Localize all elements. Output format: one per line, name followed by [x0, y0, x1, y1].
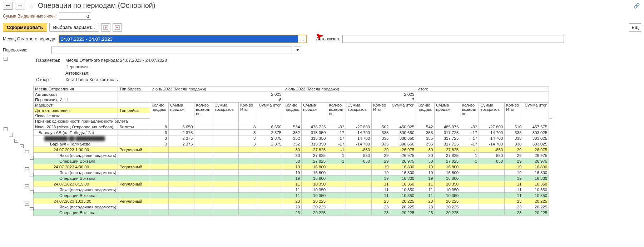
cell: -17 — [327, 130, 346, 135]
table-row[interactable]: Явка (посадочная ведомость)1916 8001916 … — [34, 170, 552, 176]
carrier-dropdown-button[interactable]: ▾ — [294, 46, 301, 54]
tree-toggle[interactable]: − — [20, 144, 24, 148]
nav-back-button[interactable]: 🡐 — [3, 2, 13, 10]
hdr-col: Кол-во Итог — [505, 103, 523, 124]
cell: 16 800 — [390, 170, 416, 176]
row-label: Операции Вокзала — [34, 210, 118, 216]
cell: 2 375 — [169, 141, 194, 147]
cell: 23 — [372, 210, 390, 216]
table-row[interactable]: Операции Вокзала1916 8001916 8001916 800… — [34, 176, 552, 181]
cell — [460, 193, 479, 198]
cell — [239, 153, 257, 158]
cell — [169, 158, 194, 164]
table-row[interactable]: Барнаул - Толмачево32 37532 375352315 35… — [34, 141, 552, 147]
cell: 26 975 — [390, 153, 416, 158]
collapse-down-icon[interactable] — [113, 23, 122, 32]
cell: 19 — [505, 176, 523, 181]
table-row[interactable]: ████████ ██ ██████████32 37532 375352315… — [34, 135, 552, 141]
cell: 27 825 — [435, 158, 460, 164]
cell — [327, 210, 346, 216]
table-row[interactable]: Операции Вокзала1110 3501110 3501110 350… — [34, 193, 552, 198]
tree-toggle[interactable]: − — [9, 133, 13, 137]
row-label: 24.07.2023 13:15:00 — [34, 198, 118, 204]
cell — [169, 193, 194, 198]
cell: 30 — [416, 158, 435, 164]
link-icon[interactable]: 🔗 — [634, 3, 640, 9]
row-label: Июль 2023 (Месяц Отправления рейсов) — [34, 124, 118, 130]
row-type — [118, 193, 150, 198]
station-input[interactable] — [342, 35, 564, 43]
cell: 23 — [372, 204, 390, 210]
cell — [257, 158, 283, 164]
table-row[interactable]: Операции Вокзала2320 2252320 2252320 225… — [34, 210, 552, 216]
cell: 29 — [372, 158, 390, 164]
more-button[interactable]: Ещ — [629, 23, 641, 32]
tree-toggle[interactable]: − — [25, 167, 29, 171]
choose-variant-button[interactable]: Выбрать вариант... — [49, 23, 99, 32]
cell: 23 — [416, 210, 435, 216]
table-row[interactable]: Июль 2023 (Месяц Отправления рейсов)Биле… — [34, 124, 552, 130]
cell: 6 650 — [257, 124, 283, 130]
cell: 11 — [283, 181, 302, 187]
tree-toggle[interactable]: − — [30, 173, 34, 177]
tree-toggle[interactable]: − — [30, 207, 34, 211]
generate-button[interactable]: Сформировать — [3, 23, 47, 32]
favorite-star-icon[interactable]: ☆ — [29, 2, 34, 10]
cell: 29 — [372, 153, 390, 158]
carrier-input[interactable] — [51, 46, 292, 54]
params-line3: Автовокзал: — [63, 70, 169, 76]
cell: 11 — [372, 187, 390, 193]
tree-toggle[interactable]: − — [25, 202, 29, 206]
cell — [213, 204, 239, 210]
cell: 19 — [283, 170, 302, 176]
hdr-col: Сумма возвратов — [479, 103, 505, 124]
table-row[interactable]: 24.07.2023 4:30:00Регулярный1916 8001916… — [34, 164, 552, 170]
cell — [150, 210, 169, 216]
cell — [150, 158, 169, 164]
period-input[interactable] — [59, 35, 298, 43]
cell: 300 650 — [390, 130, 416, 135]
cell — [150, 170, 169, 176]
row-label: 24.07.2023 1:00:00 — [34, 147, 118, 153]
tree-toggle[interactable]: − — [4, 127, 8, 131]
cell — [194, 147, 213, 153]
tree-toggle[interactable]: − — [4, 57, 8, 61]
period-picker-button[interactable]: … — [298, 35, 306, 43]
cell: 10 350 — [435, 193, 460, 198]
tree-toggle[interactable]: − — [30, 156, 34, 160]
cell: 11 — [372, 193, 390, 198]
cell — [194, 170, 213, 176]
table-row[interactable]: Явка (посадочная ведомость)1110 3501110 … — [34, 187, 552, 193]
table-row[interactable]: 24.07.2023 8:15:00Регулярный1110 3501110… — [34, 181, 552, 187]
cell: 2 375 — [257, 135, 283, 141]
table-row[interactable]: Явка (посадочная ведомость)2320 2252320 … — [34, 204, 552, 210]
table-row[interactable]: Операции Вокзала3027 825-1-8502926 97530… — [34, 158, 552, 164]
cell: 16 800 — [390, 176, 416, 181]
tree-toggle[interactable]: − — [30, 190, 34, 194]
cell — [257, 181, 283, 187]
cell — [239, 210, 257, 216]
cell — [150, 153, 169, 158]
hdr-year-july: 2 023 — [283, 92, 416, 97]
params-line1: Месяц Отчетного периода: 24.07.2023 - 24… — [63, 58, 169, 63]
cell: -1 — [460, 147, 479, 153]
cell: 485 375 — [435, 124, 460, 130]
cell: 3 — [239, 135, 257, 141]
tree-toggle[interactable]: − — [14, 139, 18, 143]
table-row[interactable]: 24.07.2023 1:00:00Регулярный3027 825-1-8… — [34, 147, 552, 153]
cell — [346, 198, 372, 204]
cell — [194, 124, 213, 130]
table-row[interactable]: Барнаул АВ (пл.Победы,12а)32 37532 37535… — [34, 130, 552, 135]
cell — [213, 181, 239, 187]
expand-up-icon[interactable] — [101, 23, 110, 32]
table-row[interactable]: 24.07.2023 13:15:00Регулярный2320 225232… — [34, 198, 552, 204]
cell: 20 225 — [302, 198, 327, 204]
cell — [150, 176, 169, 181]
row-type — [118, 187, 150, 193]
tree-toggle[interactable]: − — [25, 184, 29, 188]
table-row[interactable]: Явка (посадочная ведомость)3027 825-1-85… — [34, 153, 552, 158]
selected-cells-sum-value[interactable] — [59, 13, 91, 20]
cell — [213, 164, 239, 170]
cell — [460, 176, 479, 181]
tree-toggle[interactable]: − — [25, 150, 29, 154]
